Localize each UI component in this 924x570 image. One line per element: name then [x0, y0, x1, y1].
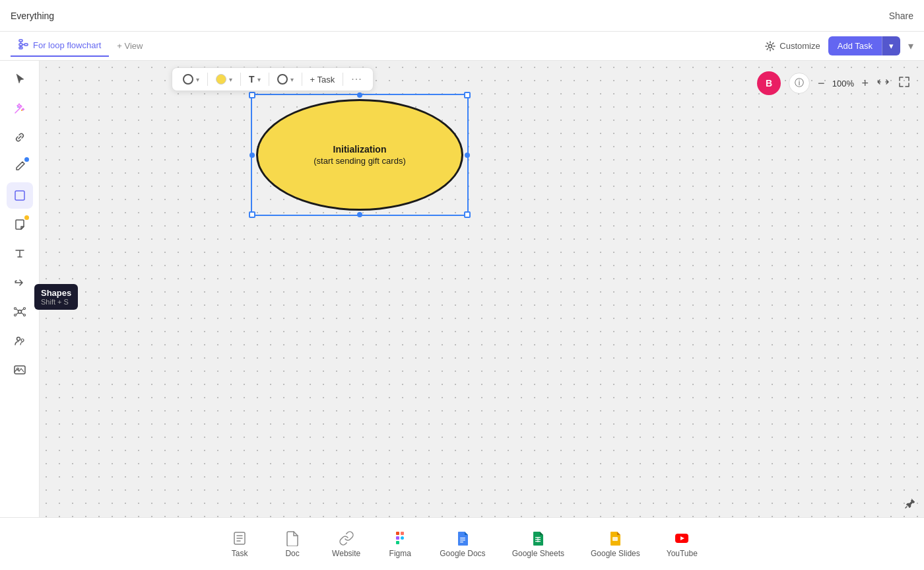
handle-mid-left[interactable]: [249, 153, 255, 158]
fit-width-button[interactable]: [876, 75, 890, 91]
add-task-dropdown-arrow[interactable]: ▾: [882, 36, 900, 55]
tb-task-button[interactable]: + Task: [305, 72, 341, 87]
magic-icon: [13, 102, 26, 115]
tb-sep-5: [343, 73, 343, 86]
cursor-icon: [13, 73, 26, 86]
pencil-icon: [13, 160, 26, 173]
google-slides-label: Google Slides: [591, 549, 640, 558]
task-label: Task: [232, 549, 248, 558]
link-icon: [13, 131, 26, 144]
oval-shape[interactable]: Initialization (start sending gift cards…: [256, 99, 463, 211]
handle-mid-right[interactable]: [465, 153, 470, 158]
svg-rect-30: [460, 540, 465, 540]
sidebar-tool-collab[interactable]: [7, 328, 33, 354]
fullscreen-button[interactable]: [898, 75, 911, 91]
note-icon: [13, 218, 26, 231]
sidebar-tool-pencil[interactable]: [7, 153, 33, 180]
zoom-in-button[interactable]: +: [861, 77, 869, 89]
handle-bottom-left[interactable]: [249, 211, 255, 218]
pin-button[interactable]: [904, 497, 916, 512]
google-sheets-icon: [530, 530, 546, 546]
sidebar-tool-text[interactable]: [7, 240, 33, 267]
bottom-item-website[interactable]: Website: [319, 525, 374, 563]
shapes-icon: [13, 189, 26, 202]
svg-line-18: [21, 313, 24, 315]
tab-label: For loop flowchart: [33, 40, 101, 50]
figma-label: Figma: [389, 549, 411, 558]
svg-rect-24: [396, 532, 399, 535]
handle-mid-bottom[interactable]: [357, 212, 362, 217]
svg-rect-0: [19, 40, 22, 42]
shape-main-text: Initialization: [333, 144, 387, 155]
svg-line-16: [21, 309, 24, 311]
tb-color-dot: [216, 74, 226, 85]
svg-rect-26: [396, 536, 399, 540]
info-button[interactable]: ⓘ: [789, 73, 810, 94]
bottom-item-google-docs[interactable]: Google Docs: [426, 525, 498, 563]
canvas[interactable]: ▾ ▾ T ▾ ▾ + Task ···: [40, 61, 924, 517]
tb-outline-button[interactable]: ▾: [272, 71, 299, 87]
svg-point-19: [16, 338, 20, 341]
sidebar-tool-shapes[interactable]: [7, 182, 33, 209]
tab-for-loop-flowchart[interactable]: For loop flowchart: [11, 35, 109, 57]
zoom-level: 100%: [830, 79, 856, 89]
add-task-button[interactable]: Add Task ▾: [828, 36, 900, 55]
bottom-bar: Task Doc Website: [0, 517, 924, 570]
svg-point-12: [23, 308, 25, 310]
svg-point-14: [23, 314, 25, 316]
share-button[interactable]: Share: [889, 11, 913, 21]
add-view-label: + View: [117, 41, 143, 51]
sidebar-tool-select[interactable]: [7, 66, 33, 92]
handle-top-left[interactable]: [249, 92, 255, 98]
svg-rect-36: [612, 537, 618, 541]
tb-text-button[interactable]: T ▾: [244, 71, 266, 87]
svg-point-13: [14, 314, 16, 316]
shape-toolbar: ▾ ▾ T ▾ ▾ + Task ···: [172, 67, 374, 91]
tb-color-dropdown-arrow[interactable]: ▾: [229, 76, 232, 83]
tb-sep-4: [302, 73, 302, 86]
bottom-item-google-sheets[interactable]: Google Sheets: [499, 525, 578, 563]
sidebar-tool-mindmap[interactable]: [7, 299, 33, 325]
svg-point-7: [769, 44, 772, 48]
tb-shape-dropdown-arrow[interactable]: ▾: [196, 76, 199, 83]
tab-bar-chevron[interactable]: ▾: [908, 40, 913, 52]
tb-more-button[interactable]: ···: [346, 71, 367, 88]
website-icon: [339, 530, 354, 546]
image-icon: [13, 363, 26, 376]
customize-button[interactable]: Customize: [765, 41, 820, 52]
handle-top-right[interactable]: [464, 92, 471, 98]
sidebar-tool-magic[interactable]: [7, 95, 33, 122]
sidebar-tool-note[interactable]: [7, 211, 33, 238]
youtube-label: YouTube: [667, 549, 698, 558]
bottom-item-youtube[interactable]: YouTube: [653, 525, 711, 563]
svg-rect-2: [19, 44, 22, 46]
note-dot: [24, 215, 29, 220]
website-label: Website: [332, 549, 360, 558]
bottom-item-task[interactable]: Task: [213, 525, 266, 563]
pencil-dot: [24, 157, 29, 162]
tb-text-icon: T: [249, 74, 255, 85]
handle-bottom-right[interactable]: [464, 211, 471, 218]
bottom-item-doc[interactable]: Doc: [266, 525, 319, 563]
bottom-item-figma[interactable]: Figma: [374, 525, 426, 563]
tb-sep-2: [240, 73, 241, 86]
handle-mid-top[interactable]: [357, 92, 362, 98]
add-view-button[interactable]: + View: [112, 37, 148, 55]
tb-text-dropdown-arrow[interactable]: ▾: [257, 76, 261, 83]
bottom-item-google-slides[interactable]: Google Slides: [578, 525, 653, 563]
zoom-controls: − 100% +: [818, 77, 869, 89]
svg-rect-9: [15, 191, 24, 200]
sidebar-tool-arrow[interactable]: [7, 269, 33, 296]
zoom-out-button[interactable]: −: [818, 77, 825, 89]
tb-more-icon: ···: [351, 73, 362, 85]
sidebar-tool-link[interactable]: [7, 124, 33, 151]
svg-line-17: [16, 313, 18, 315]
sidebar-tool-image[interactable]: [7, 357, 33, 383]
tb-color-button[interactable]: ▾: [211, 71, 238, 87]
tb-shape-type-button[interactable]: ▾: [178, 71, 205, 87]
google-slides-icon: [607, 530, 623, 546]
shape-container[interactable]: Initialization (start sending gift cards…: [251, 94, 469, 216]
tab-bar-right: Customize Add Task ▾ ▾: [765, 36, 913, 55]
youtube-icon: [674, 530, 690, 546]
tb-outline-dropdown-arrow[interactable]: ▾: [290, 76, 294, 83]
